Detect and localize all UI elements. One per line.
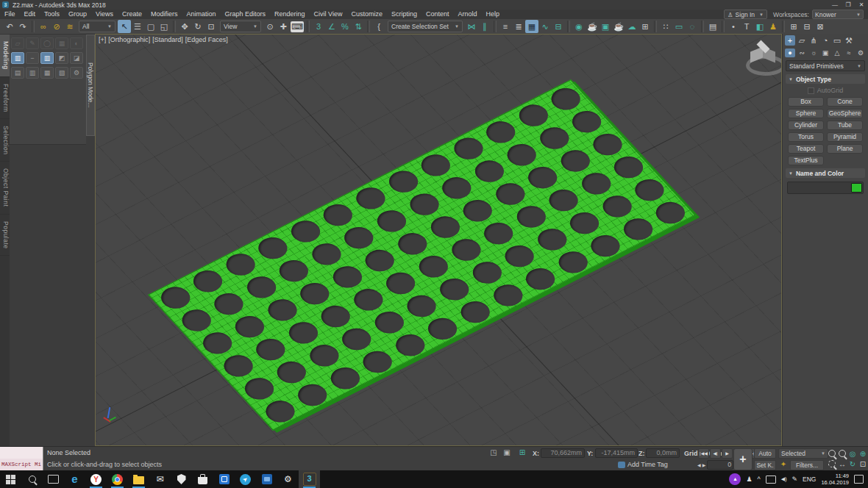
ribbon-button[interactable]: ▦ [40, 67, 54, 79]
ribbon-button[interactable]: ▥ [11, 52, 24, 64]
viewport-menu-plus[interactable]: [+] [99, 36, 106, 43]
edit-named-selections-icon[interactable]: { [372, 20, 385, 33]
render-setup-icon[interactable]: ☕ [586, 20, 599, 33]
zoom-extents-button[interactable]: ◎ [847, 448, 858, 459]
ribbon-button[interactable]: ◐ [70, 37, 83, 49]
menu-help[interactable]: Help [481, 10, 504, 19]
sign-in-button[interactable]: ♙ Sign In ▼ [724, 10, 767, 19]
select-and-link-icon[interactable]: ∞ [37, 20, 50, 33]
network-display-icon[interactable] [766, 476, 776, 484]
maximize-button[interactable]: ❐ [842, 0, 855, 10]
yandex-browser-app[interactable]: Y [85, 470, 107, 488]
next-key-icon[interactable]: ▶ [702, 462, 706, 467]
settings-app[interactable]: ⚙ [277, 470, 299, 488]
zoom-button[interactable] [827, 448, 837, 459]
select-by-name-icon[interactable]: ☰ [131, 20, 144, 33]
ribbon-tab-object-paint[interactable]: Object Paint [0, 162, 10, 214]
edge-app[interactable]: e [64, 470, 85, 488]
autogrid-checkbox[interactable] [808, 87, 814, 94]
search-button[interactable] [21, 470, 43, 488]
x-coordinate-field[interactable]: 70,662mm [541, 448, 585, 458]
start-button[interactable] [0, 470, 21, 488]
redo-icon[interactable]: ↷ [16, 20, 29, 33]
ribbon-button[interactable]: ▱ [11, 37, 24, 49]
select-and-scale-icon[interactable]: ⊡ [204, 20, 218, 33]
primitive-button-cone[interactable]: Cone [827, 97, 863, 107]
primitive-button-textplus[interactable]: TextPlus [788, 156, 824, 165]
primitives-dropdown[interactable]: Standard Primitives ▼ [786, 60, 865, 71]
view-cube[interactable] [740, 39, 782, 82]
maximize-viewport-button[interactable]: ⊡ [858, 459, 868, 469]
layer-explorer-icon[interactable]: ≣ [512, 20, 525, 33]
material-editor-icon[interactable]: ◉ [572, 20, 586, 33]
create-tab[interactable]: + [785, 35, 795, 46]
window-box-icon-1[interactable]: ⊞ [787, 20, 800, 33]
task-view-button[interactable] [43, 470, 64, 488]
hierarchy-tab[interactable]: ⋔ [808, 35, 819, 46]
menu-rendering[interactable]: Rendering [270, 10, 310, 19]
render-gallery-icon[interactable]: ⊞ [638, 20, 652, 33]
primitive-button-cylinder[interactable]: Cylinder [788, 121, 824, 130]
systems-tab[interactable]: ⚙ [855, 49, 866, 57]
lights-tab[interactable]: ☼ [808, 49, 819, 57]
menu-create[interactable]: Create [118, 10, 146, 19]
mirror-icon[interactable]: ⋈ [465, 20, 478, 33]
primitive-button-teapot[interactable]: Teapot [788, 144, 824, 154]
primitive-button-sphere[interactable]: Sphere [788, 109, 824, 118]
space-warps-tab[interactable]: ≈ [844, 49, 854, 57]
rectangular-selection-icon[interactable]: ▢ [144, 20, 157, 33]
name-color-rollout-header[interactable]: ▼ Name and Color [786, 168, 865, 178]
dotted-circle-icon[interactable]: ◌ [686, 20, 699, 33]
ribbon-tab-freeform[interactable]: Freeform [0, 77, 10, 119]
window-crossing-icon[interactable]: ◱ [157, 20, 171, 33]
viewport-view-label[interactable]: [Orthographic] [108, 36, 150, 43]
keyboard-override-icon[interactable]: ⌨ [291, 21, 304, 32]
menu-animation[interactable]: Animation [182, 10, 220, 19]
dot-icon[interactable]: • [727, 20, 740, 33]
z-coordinate-field[interactable]: 0,0mm [646, 448, 680, 458]
3dsmax-app[interactable]: 3 [299, 470, 320, 488]
ribbon-button[interactable]: − [26, 52, 39, 64]
isolate-selection-icon[interactable]: ◳ [488, 448, 499, 457]
stacked-sheets-icon[interactable]: ▤ [706, 20, 719, 33]
clock[interactable]: 11:49 16.04.2019 [821, 473, 849, 487]
schematic-view-icon[interactable]: ⊟ [552, 20, 565, 33]
ribbon-toggle-icon[interactable]: ▦ [525, 20, 538, 33]
select-and-move-icon[interactable]: ✥ [178, 20, 191, 33]
zoom-extents-all-button[interactable]: ⊕ [858, 448, 868, 459]
curve-editor-icon[interactable]: ∿ [538, 20, 552, 33]
object-name-input[interactable] [787, 182, 864, 194]
select-and-rotate-icon[interactable]: ↻ [191, 20, 204, 33]
set-key-button[interactable]: Set K. [754, 460, 776, 470]
y-coordinate-field[interactable]: -17,415mm [595, 448, 638, 458]
cameras-tab[interactable]: ▣ [820, 49, 830, 57]
angle-snap-icon[interactable]: ∠ [325, 20, 338, 33]
close-button[interactable]: ✕ [855, 0, 868, 10]
ribbon-button[interactable]: ▧ [55, 67, 68, 79]
go-to-start-button[interactable]: |◀◀ [698, 448, 709, 459]
percent-snap-icon[interactable]: % [338, 20, 352, 33]
select-and-manipulate-icon[interactable]: ✚ [277, 20, 290, 33]
ribbon-button[interactable]: ◪ [70, 52, 83, 64]
half-square-icon[interactable]: ◧ [753, 20, 766, 33]
polygon-modeling-tab[interactable]: Polygon Mode... [86, 35, 95, 136]
ribbon-button[interactable]: ◩ [55, 52, 68, 64]
photos-app[interactable] [213, 470, 235, 488]
modify-tab[interactable]: ▱ [797, 35, 807, 46]
previous-key-icon[interactable]: ◀ [697, 462, 701, 467]
ribbon-button[interactable]: ▥ [26, 67, 39, 79]
scene-explorer-icon[interactable]: ≡ [499, 20, 512, 33]
telegram-app[interactable]: ➤ [235, 470, 256, 488]
window-box-icon-3[interactable]: ⊠ [814, 20, 827, 33]
zoom-all-button[interactable] [837, 448, 847, 459]
undo-icon[interactable]: ↶ [3, 20, 16, 33]
motion-tab[interactable]: ◔ [820, 35, 830, 46]
shapes-tab[interactable]: ∾ [797, 49, 807, 57]
file-explorer-app[interactable] [128, 470, 149, 488]
render-cloud-icon[interactable]: ☁ [625, 20, 638, 33]
menu-graph-editors[interactable]: Graph Editors [220, 10, 270, 19]
ribbon-button[interactable]: ⚙ [70, 67, 83, 79]
chevron-up-icon[interactable]: ^ [758, 476, 761, 483]
orbit-button[interactable]: ↻ [847, 459, 858, 469]
play-button[interactable]: ▶ [722, 448, 733, 459]
